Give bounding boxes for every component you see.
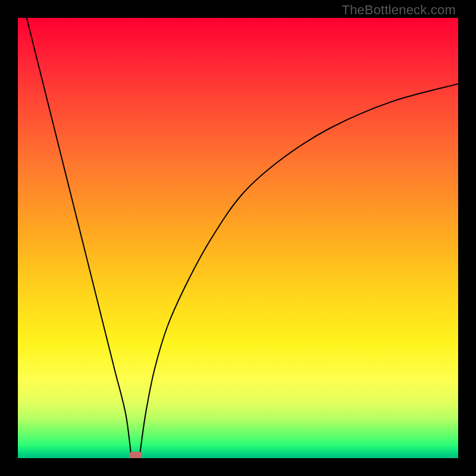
plot-area [18,18,458,458]
curve-left [27,18,131,455]
vertex-marker [129,452,142,458]
watermark-text: TheBottleneck.com [342,2,456,18]
chart-frame: TheBottleneck.com [0,0,476,476]
curve-right [140,84,458,455]
curve-svg [18,18,458,458]
